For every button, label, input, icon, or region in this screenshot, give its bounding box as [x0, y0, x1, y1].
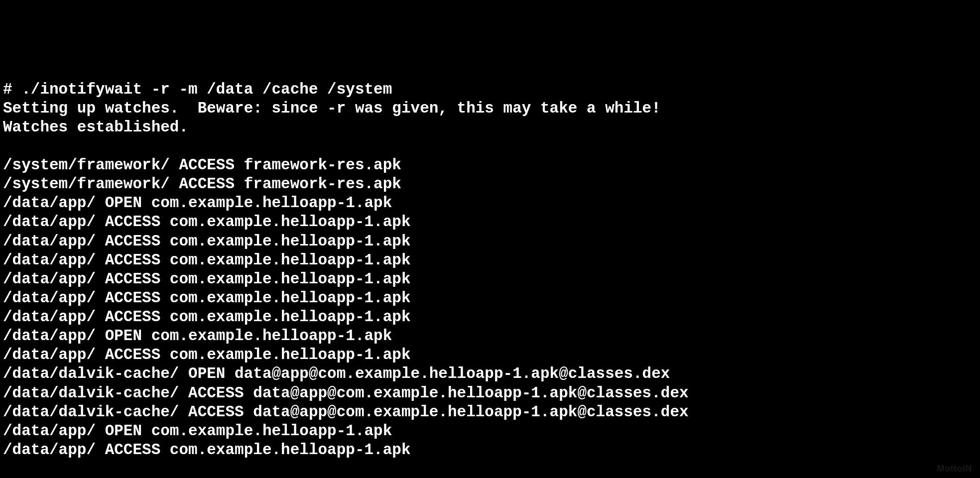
- terminal-line: [3, 137, 977, 156]
- terminal-line: /data/dalvik-cache/ OPEN data@app@com.ex…: [3, 364, 977, 383]
- terminal-line: /data/app/ OPEN com.example.helloapp-1.a…: [3, 327, 977, 346]
- terminal-line: /data/dalvik-cache/ ACCESS data@app@com.…: [3, 384, 977, 403]
- terminal-line: /data/app/ ACCESS com.example.helloapp-1…: [3, 441, 977, 460]
- terminal-line: /data/dalvik-cache/ ACCESS data@app@com.…: [3, 403, 977, 422]
- terminal-line: /data/app/ ACCESS com.example.helloapp-1…: [3, 213, 977, 232]
- watermark-text: MottoIN: [937, 463, 972, 474]
- terminal-line: /data/app/ ACCESS com.example.helloapp-1…: [3, 251, 977, 270]
- terminal-line: /system/framework/ ACCESS framework-res.…: [3, 156, 977, 175]
- terminal-line: Setting up watches. Beware: since -r was…: [3, 99, 977, 118]
- terminal-line: /data/app/ ACCESS com.example.helloapp-1…: [3, 270, 977, 289]
- terminal-line: /data/app/ OPEN com.example.helloapp-1.a…: [3, 422, 977, 441]
- terminal-line: Watches established.: [3, 118, 977, 137]
- terminal-line: /data/app/ ACCESS com.example.helloapp-1…: [3, 289, 977, 308]
- terminal-line: # ./inotifywait -r -m /data /cache /syst…: [3, 80, 977, 99]
- terminal-line: /data/app/ ACCESS com.example.helloapp-1…: [3, 308, 977, 327]
- terminal-line: /data/app/ ACCESS com.example.helloapp-1…: [3, 232, 977, 251]
- terminal-line: /data/app/ ACCESS com.example.helloapp-1…: [3, 346, 977, 364]
- terminal-output[interactable]: # ./inotifywait -r -m /data /cache /syst…: [3, 80, 977, 460]
- terminal-line: /data/app/ OPEN com.example.helloapp-1.a…: [3, 194, 977, 213]
- terminal-line: /system/framework/ ACCESS framework-res.…: [3, 175, 977, 194]
